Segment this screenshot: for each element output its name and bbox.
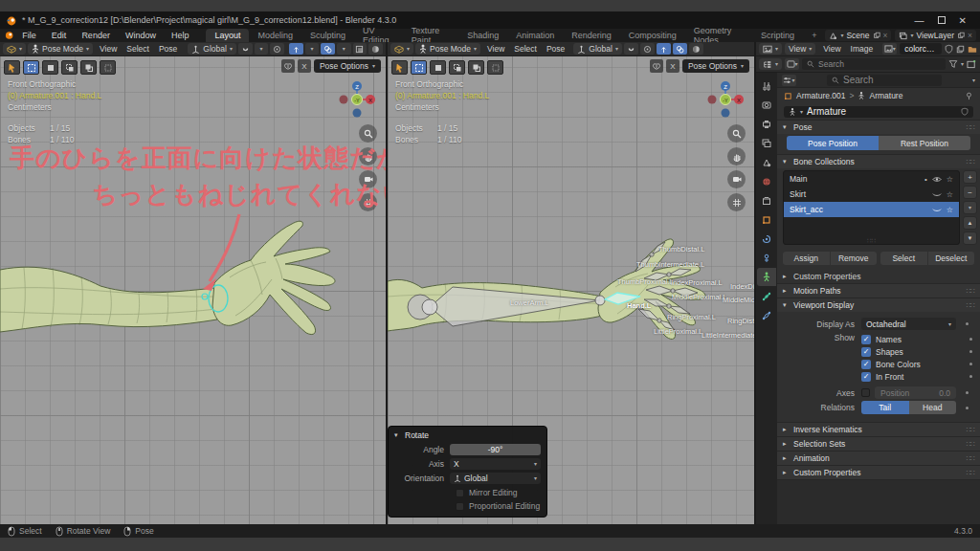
properties-tab-scene[interactable] bbox=[757, 153, 776, 171]
favorite-star-icon[interactable]: ☆ bbox=[947, 206, 953, 214]
pose-position-button[interactable]: Pose Position bbox=[787, 136, 879, 150]
menu-item[interactable]: File bbox=[14, 29, 44, 42]
filter-icon[interactable] bbox=[948, 59, 958, 69]
properties-tab-constraints[interactable] bbox=[757, 249, 776, 267]
filter-dropdown[interactable]: ▾ bbox=[961, 61, 964, 67]
pose-mirror-butterfly-icon[interactable] bbox=[281, 59, 295, 73]
properties-tab-tool[interactable] bbox=[757, 77, 776, 95]
remove-button[interactable]: Remove bbox=[831, 252, 878, 265]
workspace-tab[interactable]: Compositing bbox=[620, 29, 685, 42]
perspective-toggle-icon[interactable] bbox=[727, 193, 746, 211]
viewport-right[interactable]: ▾ Pose Mode▾ ViewSelectPose Global▾ bbox=[388, 42, 754, 524]
viewport-menu-item[interactable]: Pose bbox=[542, 44, 569, 54]
properties-tab-physics[interactable] bbox=[757, 230, 776, 248]
outliner-display-mode-dropdown[interactable]: ▾ bbox=[785, 58, 799, 70]
display-as-dropdown[interactable]: Octahedral▾ bbox=[861, 318, 956, 330]
pose-panel-header[interactable]: ▾Pose∷∷ bbox=[777, 120, 980, 134]
unlink-scene-icon[interactable]: × bbox=[883, 31, 888, 40]
workspace-tab[interactable]: Shading bbox=[458, 29, 507, 42]
visibility-eye-closed-icon[interactable] bbox=[932, 191, 942, 198]
deselect-button[interactable]: Deselect bbox=[928, 252, 975, 265]
tweak-tool-icon[interactable] bbox=[391, 60, 408, 75]
fake-user-shield-icon[interactable] bbox=[961, 107, 969, 116]
transform-orientation-dropdown[interactable]: Global▾ bbox=[573, 43, 622, 55]
viewport-menu-item[interactable]: Pose bbox=[154, 44, 182, 54]
new-viewlayer-icon[interactable] bbox=[957, 32, 965, 39]
rotate-operator-panel[interactable]: ▾Rotate Angle -90° Axis X▾ Orientation G… bbox=[388, 426, 547, 518]
snapping-dropdown[interactable]: ▾ bbox=[255, 43, 269, 55]
proportional-editing-checkbox[interactable] bbox=[456, 502, 464, 511]
tweak-tool-icon[interactable] bbox=[4, 60, 20, 75]
rest-position-button[interactable]: Rest Position bbox=[879, 136, 970, 150]
cursor-tool-icon[interactable] bbox=[80, 60, 97, 75]
menu-item[interactable]: Window bbox=[118, 29, 164, 42]
workspace-tab[interactable]: Scripting bbox=[752, 29, 803, 42]
gizmos-toggle-icon[interactable] bbox=[289, 43, 303, 55]
workspace-tab[interactable]: Layout bbox=[206, 29, 249, 42]
show-checkbox-row[interactable]: ✓ In Front bbox=[861, 370, 972, 383]
pin-icon[interactable] bbox=[965, 92, 973, 100]
proportional-editing-icon[interactable] bbox=[270, 43, 284, 55]
mirror-editing-checkbox[interactable] bbox=[456, 489, 464, 497]
pose-options-dropdown[interactable]: Pose Options▾ bbox=[314, 59, 381, 73]
bone-collection-row[interactable]: Main • ☆ bbox=[784, 171, 959, 187]
remove-viewlayer-icon[interactable]: × bbox=[968, 31, 972, 40]
mode-dropdown[interactable]: Pose Mode▾ bbox=[415, 43, 480, 55]
zoom-icon[interactable] bbox=[359, 124, 377, 143]
axis-dropdown[interactable]: X▾ bbox=[450, 458, 541, 470]
show-checkbox-row[interactable]: ✓ Names bbox=[861, 333, 972, 345]
properties-options-dropdown[interactable]: ▾ bbox=[972, 77, 975, 83]
bone-collection-row[interactable]: Skirt_acc ☆ bbox=[784, 202, 959, 217]
add-collection-button[interactable]: + bbox=[963, 170, 977, 184]
editor-type-dropdown[interactable]: ▾ bbox=[3, 43, 26, 55]
collapse-chevron-icon[interactable]: ▾ bbox=[394, 431, 401, 439]
visibility-eye-icon[interactable] bbox=[932, 176, 942, 183]
overlays-dropdown[interactable]: ▾ bbox=[337, 43, 351, 55]
mode-dropdown[interactable]: Pose Mode▾ bbox=[28, 43, 93, 55]
viewport-shading-icon[interactable] bbox=[689, 43, 703, 55]
collapsed-panel-header[interactable]: ▸Selection Sets∷∷ bbox=[777, 436, 980, 451]
navigation-gizmo[interactable]: Z X -Y bbox=[336, 78, 378, 121]
orientation-dropdown[interactable]: Global▾ bbox=[450, 473, 541, 484]
workspace-tab[interactable]: Texture Paint bbox=[403, 29, 458, 42]
axes-checkbox[interactable] bbox=[861, 388, 870, 397]
menu-item[interactable]: Edit bbox=[44, 29, 75, 42]
open-image-folder-icon[interactable] bbox=[968, 45, 977, 54]
camera-view-icon[interactable] bbox=[727, 170, 746, 188]
pose-mirror-butterfly-icon[interactable] bbox=[650, 59, 663, 73]
workspace-tab[interactable]: UV Editing bbox=[354, 29, 403, 42]
measure-tool-icon[interactable] bbox=[100, 60, 116, 75]
x-mirror-toggle[interactable]: X bbox=[298, 59, 311, 73]
properties-tab-collection[interactable] bbox=[757, 191, 776, 209]
navigation-gizmo[interactable]: Z X -Y bbox=[704, 78, 746, 121]
select-lasso-tool-icon[interactable] bbox=[61, 60, 78, 75]
gizmos-dropdown[interactable]: ▾ bbox=[305, 43, 320, 55]
axes-position-slider[interactable]: Position 0.0 bbox=[875, 386, 956, 399]
viewport-menu-item[interactable]: View bbox=[482, 44, 509, 54]
editor-type-dropdown[interactable]: ▾ bbox=[759, 58, 782, 70]
pose-options-dropdown[interactable]: Pose Options▾ bbox=[682, 59, 749, 73]
viewport-left[interactable]: ▾ Pose Mode▾ ViewSelectPose Global▾ ▾ ▾ bbox=[0, 42, 386, 524]
select-button[interactable]: Select bbox=[880, 252, 927, 265]
breadcrumb-object[interactable]: Armature.001 bbox=[796, 91, 846, 100]
custom-properties-subpanel[interactable]: ▸Custom Properties bbox=[777, 270, 980, 283]
outliner-search-input[interactable]: Search bbox=[802, 58, 946, 70]
overlays-toggle-icon[interactable] bbox=[321, 43, 335, 55]
image-mode-dropdown[interactable]: View▾ bbox=[785, 43, 815, 55]
workspace-tab[interactable]: Modeling bbox=[249, 29, 301, 42]
properties-tab-object[interactable] bbox=[757, 210, 776, 229]
editor-type-dropdown[interactable]: ▾ bbox=[759, 43, 782, 55]
select-circle-tool-icon[interactable] bbox=[42, 60, 58, 75]
viewport-display-panel-header[interactable]: ▾Viewport Display∷∷ bbox=[777, 298, 980, 312]
viewport-menu-item[interactable]: View bbox=[95, 44, 122, 54]
cursor-tool-icon[interactable] bbox=[468, 60, 484, 75]
solo-dot-icon[interactable]: • bbox=[924, 175, 927, 184]
remove-collection-button[interactable]: − bbox=[963, 186, 977, 199]
overlays-toggle-icon[interactable] bbox=[673, 43, 687, 55]
armature-datablock-field[interactable]: ▾ Armature bbox=[784, 106, 973, 118]
menu-item[interactable]: Render bbox=[74, 29, 118, 42]
proportional-editing-icon[interactable] bbox=[640, 43, 655, 55]
workspace-tab[interactable]: Rendering bbox=[563, 29, 620, 42]
editor-type-dropdown[interactable]: ▾ bbox=[390, 43, 413, 55]
viewport-menu-item[interactable]: Select bbox=[509, 44, 542, 54]
